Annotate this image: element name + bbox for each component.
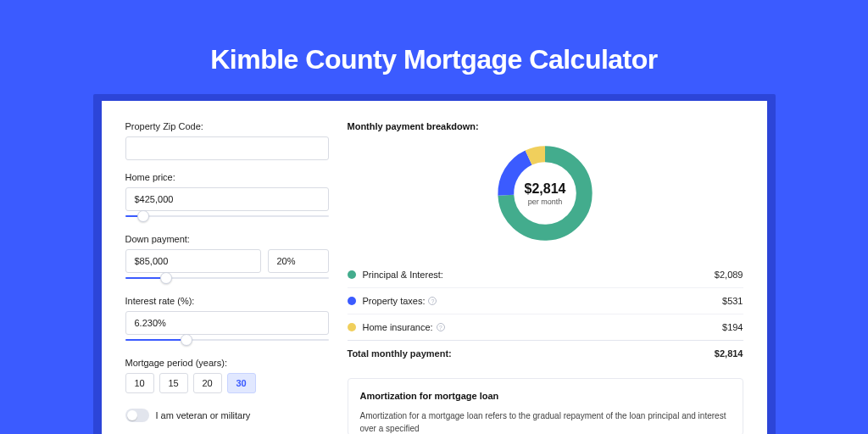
down-payment-input[interactable] bbox=[125, 249, 261, 273]
period-group: Mortgage period (years): 10152030 bbox=[125, 358, 329, 393]
card-shadow: Property Zip Code: Home price: Down paym… bbox=[93, 94, 776, 434]
home-price-slider[interactable] bbox=[125, 210, 329, 222]
slider-thumb[interactable] bbox=[181, 334, 192, 346]
interest-input[interactable] bbox=[125, 311, 329, 335]
breakdown-label: Property taxes: ? bbox=[363, 296, 437, 306]
amortization-card: Amortization for mortgage loan Amortizat… bbox=[348, 378, 743, 434]
period-option-30[interactable]: 30 bbox=[227, 373, 256, 393]
home-price-group: Home price: bbox=[125, 172, 329, 222]
breakdown-row: Principal & Interest:$2,089 bbox=[348, 262, 743, 287]
breakdown-column: Monthly payment breakdown: $2,814 per mo… bbox=[348, 121, 743, 434]
period-option-20[interactable]: 20 bbox=[193, 373, 222, 393]
veteran-toggle[interactable] bbox=[125, 409, 149, 422]
slider-fill bbox=[125, 339, 186, 341]
donut-sub: per month bbox=[528, 198, 563, 206]
legend-dot bbox=[348, 297, 356, 305]
total-value: $2,814 bbox=[715, 348, 743, 359]
info-icon[interactable]: ? bbox=[428, 297, 437, 305]
page-title: Kimble County Mortgage Calculator bbox=[210, 44, 658, 75]
donut-center: $2,814 per month bbox=[493, 142, 597, 245]
down-payment-label: Down payment: bbox=[125, 234, 329, 244]
donut-wrap: $2,814 per month bbox=[348, 142, 743, 245]
down-payment-pct-input[interactable] bbox=[268, 249, 329, 273]
period-option-15[interactable]: 15 bbox=[159, 373, 188, 393]
breakdown-label: Principal & Interest: bbox=[363, 270, 443, 280]
breakdown-value: $2,089 bbox=[715, 270, 743, 280]
interest-label: Interest rate (%): bbox=[125, 296, 329, 306]
calculator-card: Property Zip Code: Home price: Down paym… bbox=[102, 101, 767, 434]
home-price-input[interactable] bbox=[125, 187, 329, 211]
interest-group: Interest rate (%): bbox=[125, 296, 329, 346]
home-price-label: Home price: bbox=[125, 172, 329, 182]
info-icon[interactable]: ? bbox=[437, 323, 445, 331]
total-label: Total monthly payment: bbox=[348, 348, 452, 359]
down-payment-slider[interactable] bbox=[125, 272, 329, 284]
breakdown-row: Home insurance: ?$194 bbox=[348, 314, 743, 340]
veteran-row: I am veteran or military bbox=[125, 409, 329, 422]
legend-dot bbox=[348, 270, 356, 279]
slider-track bbox=[125, 215, 329, 217]
breakdown-value: $531 bbox=[722, 296, 743, 306]
amortization-title: Amortization for mortgage loan bbox=[360, 391, 731, 401]
slider-thumb[interactable] bbox=[137, 210, 149, 222]
zip-group: Property Zip Code: bbox=[125, 121, 329, 160]
slider-thumb[interactable] bbox=[160, 272, 172, 284]
donut-chart: $2,814 per month bbox=[493, 142, 597, 245]
breakdown-row: Property taxes: ?$531 bbox=[348, 287, 743, 314]
interest-slider[interactable] bbox=[125, 334, 329, 346]
period-options: 10152030 bbox=[125, 373, 329, 393]
zip-label: Property Zip Code: bbox=[125, 121, 329, 131]
breakdown-value: $194 bbox=[722, 322, 743, 332]
period-option-10[interactable]: 10 bbox=[125, 373, 154, 393]
donut-amount: $2,814 bbox=[525, 181, 566, 197]
amortization-text: Amortization for a mortgage loan refers … bbox=[360, 409, 731, 434]
breakdown-total-row: Total monthly payment:$2,814 bbox=[348, 340, 743, 366]
breakdown-title: Monthly payment breakdown: bbox=[348, 121, 743, 131]
legend-dot bbox=[348, 323, 356, 331]
inputs-column: Property Zip Code: Home price: Down paym… bbox=[125, 121, 329, 434]
down-payment-group: Down payment: bbox=[125, 234, 329, 284]
breakdown-label: Home insurance: ? bbox=[363, 322, 445, 332]
period-label: Mortgage period (years): bbox=[125, 358, 329, 368]
veteran-label: I am veteran or military bbox=[156, 410, 251, 420]
zip-input[interactable] bbox=[125, 136, 329, 160]
line-items: Principal & Interest:$2,089Property taxe… bbox=[348, 262, 743, 366]
